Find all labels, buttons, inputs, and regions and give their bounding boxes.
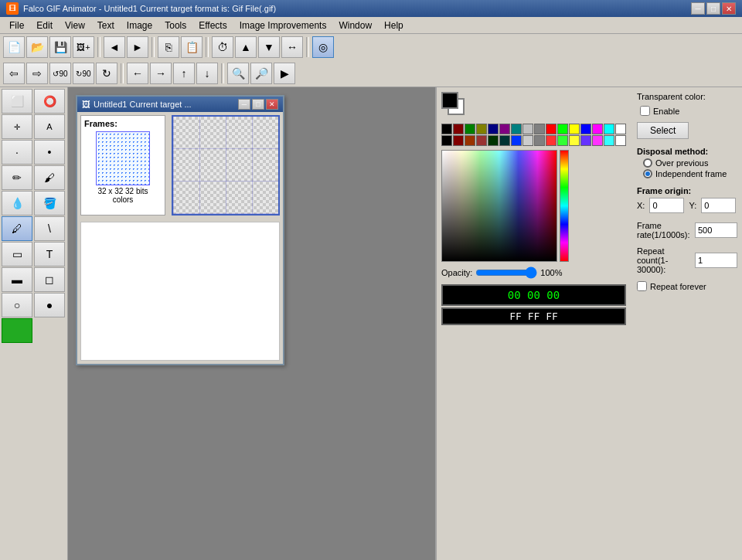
swatch-0-12[interactable]: [580, 124, 591, 134]
tool-fill[interactable]: 🪣: [34, 191, 65, 216]
tool-eyedropper[interactable]: 💧: [2, 191, 32, 216]
redo-button[interactable]: ►: [127, 36, 148, 58]
tool-select-ellipse[interactable]: ⭕: [34, 89, 65, 114]
move-up-button[interactable]: ▲: [235, 36, 257, 58]
swatch-1-9[interactable]: [546, 135, 556, 146]
swatch-1-12[interactable]: [580, 135, 591, 146]
frame-rate-input[interactable]: [695, 222, 737, 238]
maximize-button[interactable]: □: [706, 2, 720, 15]
swatch-1-7[interactable]: [522, 135, 533, 146]
swatch-1-4[interactable]: [488, 135, 499, 146]
swatch-1-2[interactable]: [465, 135, 475, 146]
tool-select-rect[interactable]: ⬜: [2, 89, 32, 114]
repeat-count-input[interactable]: [695, 253, 737, 268]
doc-title-controls[interactable]: ─ □ ✕: [238, 99, 278, 110]
radio-over-previous[interactable]: Over previous: [643, 158, 737, 168]
menu-image[interactable]: Image: [121, 19, 158, 32]
swatch-0-6[interactable]: [511, 124, 522, 134]
menu-help[interactable]: Help: [378, 19, 410, 32]
menu-text[interactable]: Text: [91, 19, 121, 32]
menu-window[interactable]: Window: [332, 19, 378, 32]
swatch-0-13[interactable]: [592, 124, 603, 134]
tool-line[interactable]: \: [34, 216, 65, 241]
swatch-0-14[interactable]: [604, 124, 614, 134]
paste-button[interactable]: 📋: [181, 36, 203, 58]
zoom-out-button[interactable]: 🔎: [250, 63, 272, 84]
arrow-left-button[interactable]: ⇦: [3, 63, 25, 84]
swatch-0-11[interactable]: [569, 124, 580, 134]
play-button[interactable]: ▶: [274, 63, 295, 84]
swatch-1-13[interactable]: [592, 135, 603, 146]
minimize-button[interactable]: ─: [691, 2, 705, 15]
tool-color[interactable]: [2, 318, 32, 343]
doc-minimize[interactable]: ─: [238, 99, 250, 110]
tool-text[interactable]: A: [34, 114, 65, 139]
swatch-1-1[interactable]: [453, 135, 464, 146]
menu-edit[interactable]: Edit: [30, 19, 59, 32]
timer-button[interactable]: ⏱: [212, 36, 233, 58]
flip-right-button[interactable]: →: [150, 63, 172, 84]
menu-view[interactable]: View: [59, 19, 91, 32]
tool-eraser[interactable]: 🖊: [2, 216, 32, 241]
swatch-1-11[interactable]: [569, 135, 580, 146]
tool-rect-outline[interactable]: ▭: [2, 242, 32, 266]
target-button[interactable]: ◎: [312, 36, 334, 58]
swatch-1-5[interactable]: [499, 135, 510, 146]
save-button[interactable]: 💾: [49, 36, 71, 58]
flip-up-button[interactable]: ↑: [173, 63, 195, 84]
swatch-1-0[interactable]: [441, 135, 452, 146]
swatch-0-10[interactable]: [557, 124, 568, 134]
swatch-0-5[interactable]: [499, 124, 510, 134]
swatch-0-0[interactable]: [441, 124, 452, 134]
add-frame-button[interactable]: 🖼+: [73, 36, 94, 58]
menu-image-improvements[interactable]: Image Improvements: [233, 19, 333, 32]
menu-tools[interactable]: Tools: [158, 19, 192, 32]
select-button[interactable]: Select: [637, 122, 689, 139]
tool-dot[interactable]: ·: [2, 140, 32, 165]
tool-circle-outline[interactable]: ○: [2, 293, 32, 317]
swatch-0-9[interactable]: [546, 124, 556, 134]
swatch-1-8[interactable]: [534, 135, 545, 146]
frame-item-1[interactable]: 32 x 32 32 bitscolors: [84, 131, 162, 204]
tool-rect-fill[interactable]: ▬: [2, 267, 32, 292]
color-gradient-picker[interactable]: [441, 150, 557, 262]
arrow-right-button[interactable]: ⇨: [26, 63, 48, 84]
y-input[interactable]: [701, 198, 736, 213]
zoom-in-button[interactable]: 🔍: [227, 63, 249, 84]
flip-left-button[interactable]: ←: [127, 63, 148, 84]
tool-brush[interactable]: 🖌: [34, 165, 65, 190]
close-button[interactable]: ✕: [722, 2, 736, 15]
opacity-slider[interactable]: [475, 266, 537, 279]
undo-button[interactable]: ◄: [104, 36, 125, 58]
doc-maximize[interactable]: □: [252, 99, 264, 110]
tool-pencil[interactable]: ✏: [2, 165, 32, 190]
hue-bar[interactable]: [560, 150, 569, 262]
swatch-1-14[interactable]: [604, 135, 614, 146]
swatch-1-3[interactable]: [476, 135, 487, 146]
rotate-button[interactable]: ↻: [96, 63, 117, 84]
swatch-0-4[interactable]: [488, 124, 499, 134]
x-input[interactable]: [649, 198, 684, 213]
enable-checkbox[interactable]: [640, 106, 650, 116]
tool-move[interactable]: ✛: [2, 114, 32, 139]
canvas-area[interactable]: 🖼 Untitled1 Current target ... ─ □ ✕ Fra…: [68, 87, 435, 560]
swatch-1-15[interactable]: [615, 135, 626, 146]
swatch-1-10[interactable]: [557, 135, 568, 146]
open-button[interactable]: 📂: [26, 36, 48, 58]
frame-preview-1[interactable]: [96, 131, 150, 185]
swatch-0-15[interactable]: [615, 124, 626, 134]
resize-button[interactable]: ↔: [281, 36, 303, 58]
tool-dot2[interactable]: •: [34, 140, 65, 165]
swatch-0-8[interactable]: [534, 124, 545, 134]
repeat-forever-checkbox[interactable]: [637, 281, 647, 291]
title-bar-controls[interactable]: ─ □ ✕: [691, 2, 736, 15]
swatch-0-1[interactable]: [453, 124, 464, 134]
tool-ellipse[interactable]: ◻: [34, 267, 65, 292]
swatch-0-2[interactable]: [465, 124, 475, 134]
swatch-1-6[interactable]: [511, 135, 522, 146]
swatch-0-7[interactable]: [522, 124, 533, 134]
swatch-0-3[interactable]: [476, 124, 487, 134]
move-down-button[interactable]: ▼: [258, 36, 280, 58]
rotate-cw-90-button[interactable]: ↻90: [73, 63, 94, 84]
tool-text2[interactable]: T: [34, 242, 65, 266]
